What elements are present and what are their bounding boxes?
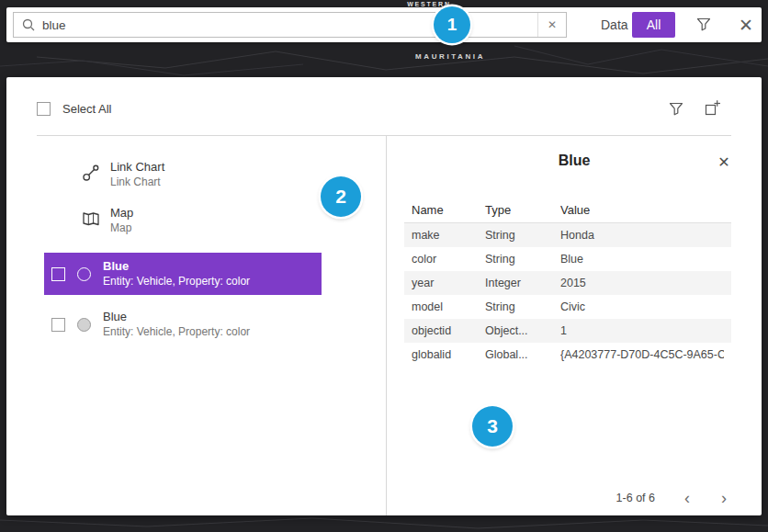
attr-value: {A4203777-D70D-4C5C-9A65-C...: [560, 348, 724, 361]
chevron-left-icon[interactable]: ‹: [683, 490, 692, 506]
attributes-table: Name Type Value make String Honda color …: [404, 197, 731, 367]
results-list: Link Chart Link Chart Map Map Blue En: [44, 154, 322, 345]
table-header-row: Name Type Value: [404, 197, 731, 223]
detail-panel: Blue ✕ Name Type Value make String Honda…: [387, 136, 762, 515]
search-results-panel: Select All Link Chart Link Chart: [6, 77, 762, 515]
pagination-range: 1-6 of 6: [616, 492, 655, 504]
table-row: globalid Global... {A4203777-D70D-4C5C-9…: [404, 343, 731, 367]
map-icon: [81, 209, 101, 232]
filter-icon[interactable]: [696, 17, 711, 31]
all-toggle-button[interactable]: All: [632, 12, 675, 38]
result-title: Map: [110, 206, 133, 220]
detail-title: Blue: [387, 153, 762, 169]
annotation-badge-3: 3: [472, 406, 513, 447]
attr-value: 2015: [560, 277, 724, 289]
search-input-group: ✕: [13, 12, 567, 38]
attr-name: globalid: [412, 348, 485, 361]
data-toggle-button[interactable]: Data: [592, 12, 638, 38]
result-checkbox[interactable]: [51, 318, 65, 332]
attr-type: Global...: [485, 348, 560, 361]
link-chart-icon: [81, 163, 101, 187]
attr-name: color: [412, 253, 485, 266]
map-label-mauritania: MAURITANIA: [415, 52, 485, 61]
annotation-badge-2: 2: [321, 176, 361, 217]
select-all-label: Select All: [62, 102, 111, 116]
result-subtitle: Map: [110, 221, 133, 235]
table-row: make String Honda: [404, 223, 731, 247]
attr-value: 1: [560, 324, 724, 337]
table-row: year Integer 2015: [404, 271, 731, 295]
entity-circle-icon: [77, 267, 91, 281]
result-subtitle: Entity: Vehicle, Property: color: [103, 325, 250, 339]
attr-type: String: [485, 229, 560, 242]
result-subtitle: Entity: Vehicle, Property: color: [103, 275, 250, 289]
search-icon: [22, 18, 35, 31]
attr-name: model: [412, 300, 485, 313]
attr-value: Honda: [560, 229, 724, 242]
result-item-blue-selected[interactable]: Blue Entity: Vehicle, Property: color: [44, 253, 322, 295]
results-filter-icon[interactable]: [669, 102, 683, 116]
table-row: color String Blue: [404, 247, 731, 271]
column-header-value: Value: [560, 203, 724, 217]
detail-close-icon[interactable]: ✕: [712, 150, 736, 174]
attr-type: String: [485, 300, 560, 313]
column-header-type: Type: [485, 203, 560, 217]
attr-value: Blue: [560, 253, 724, 266]
result-item-link-chart[interactable]: Link Chart Link Chart: [44, 154, 322, 195]
app-window: WESTERN SAHARA MAURITANIA ✕ Data All ✕ S…: [0, 0, 768, 532]
clear-search-button[interactable]: ✕: [537, 13, 566, 37]
select-all-checkbox[interactable]: [37, 102, 51, 116]
result-subtitle: Link Chart: [110, 175, 164, 189]
pagination: 1-6 of 6 ‹ ›: [616, 490, 728, 506]
attr-type: Integer: [485, 277, 560, 289]
attr-type: Object...: [485, 324, 560, 337]
select-all-control[interactable]: Select All: [37, 102, 111, 116]
annotation-badge-1: 1: [434, 6, 470, 43]
attr-name: objectid: [412, 324, 485, 337]
attr-name: make: [412, 229, 485, 242]
table-body: make String Honda color String Blue year…: [404, 223, 731, 367]
column-header-name: Name: [412, 203, 485, 217]
close-search-icon[interactable]: ✕: [731, 11, 761, 39]
result-item-blue-2[interactable]: Blue Entity: Vehicle, Property: color: [44, 303, 322, 345]
attr-value: Civic: [560, 300, 724, 313]
result-item-map[interactable]: Map Map: [44, 200, 322, 241]
attr-name: year: [412, 277, 485, 289]
table-row: objectid Object... 1: [404, 319, 731, 343]
table-row: model String Civic: [404, 295, 731, 319]
add-to-new-card-icon[interactable]: [704, 99, 721, 117]
search-bar: ✕ Data All ✕: [6, 7, 762, 42]
result-title: Link Chart: [110, 160, 164, 174]
result-title: Blue: [103, 259, 250, 273]
attr-type: String: [485, 253, 560, 266]
entity-circle-icon: [77, 318, 91, 332]
result-checkbox[interactable]: [51, 267, 65, 281]
result-title: Blue: [103, 310, 250, 323]
chevron-right-icon[interactable]: ›: [719, 490, 728, 506]
